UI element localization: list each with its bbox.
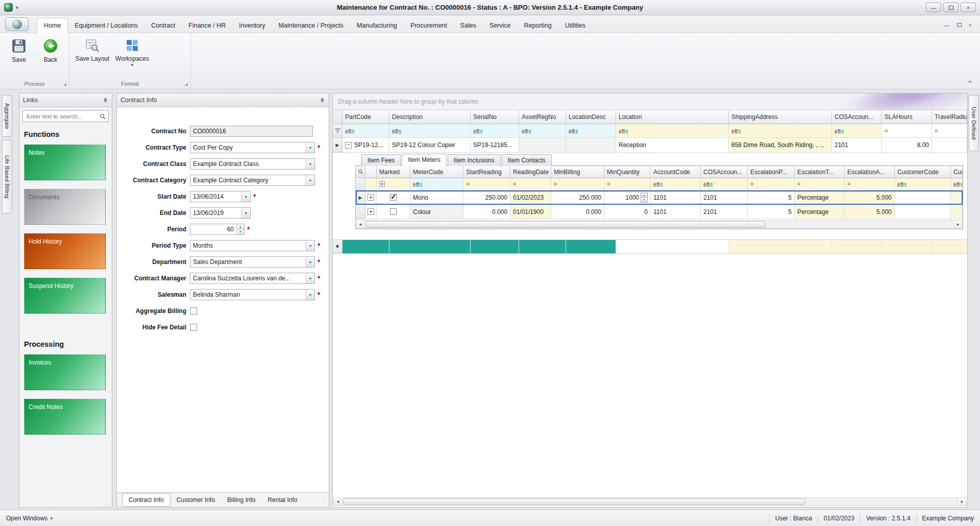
end-date-picker[interactable]: 13/06/2019▼ xyxy=(190,207,251,219)
quick-access-caret-icon[interactable]: ▾ xyxy=(16,5,18,10)
new-row-cell[interactable] xyxy=(832,240,882,253)
expand-row-icon[interactable] xyxy=(368,194,374,201)
filter-cell-assetregno[interactable]: aBc xyxy=(519,124,566,138)
maximize-button[interactable] xyxy=(943,3,959,12)
chevron-down-icon[interactable]: ▼ xyxy=(241,208,250,218)
column-header-shippingaddress[interactable]: ShippingAddress xyxy=(729,110,832,124)
hold-history-button[interactable]: Hold History xyxy=(24,233,106,269)
application-menu-button[interactable] xyxy=(5,17,29,31)
column-header-minquantity[interactable]: MinQuantity xyxy=(604,166,651,178)
hide-fee-detail-checkbox[interactable] xyxy=(190,324,197,331)
filter-cell-cosaccount[interactable]: aBc xyxy=(832,124,882,138)
search-input[interactable] xyxy=(26,113,100,120)
aggregate-billing-checkbox[interactable] xyxy=(190,307,197,315)
side-tab-aggregate[interactable]: Aggregate xyxy=(2,95,12,137)
close-button[interactable]: × xyxy=(961,3,976,12)
cell-marked[interactable] xyxy=(377,205,410,219)
filter-cell-shippingaddress[interactable]: aBc xyxy=(729,124,832,138)
cell-startreading[interactable]: 250.000 xyxy=(463,190,510,205)
ribbon-tab-home[interactable]: Home xyxy=(37,18,68,33)
new-row-cell[interactable] xyxy=(471,240,519,253)
cell-escalationp[interactable]: 5 xyxy=(748,205,795,219)
group-dialog-launcher-icon[interactable] xyxy=(185,83,188,86)
filter-cell-minbilling[interactable]: = xyxy=(551,178,604,190)
cell-cosaccount[interactable]: 2101 xyxy=(701,205,748,219)
column-header-partcode[interactable]: PartCode xyxy=(342,110,389,124)
new-row-cell[interactable] xyxy=(566,240,616,253)
chevron-down-icon[interactable]: ▼ xyxy=(306,257,314,267)
ribbon-tab-maintenance-projects[interactable]: Maintenance / Projects xyxy=(272,18,350,33)
side-tab-life-based-billing[interactable]: Life Based Billing xyxy=(2,140,12,213)
cell-accountcode[interactable]: 1101 xyxy=(651,190,701,205)
mdi-maximize-button[interactable] xyxy=(957,23,962,27)
filter-cell-marked[interactable] xyxy=(377,178,410,190)
tab-customer-info[interactable]: Customer Info xyxy=(170,494,221,506)
cell-serialno[interactable]: SP19-12185... xyxy=(471,138,519,153)
tab-contract-info[interactable]: Contract Info xyxy=(122,493,170,507)
filter-cell-serialno[interactable]: aBc xyxy=(471,124,519,138)
cell-escalationt[interactable]: Percentage xyxy=(795,190,845,205)
cell-location[interactable]: Reception xyxy=(616,138,729,153)
minimize-button[interactable]: — xyxy=(926,3,941,12)
ribbon-tab-inventory[interactable]: Inventory xyxy=(232,18,272,33)
column-header-cosaccount[interactable]: COSAccoun... xyxy=(832,110,882,124)
cell-minbilling[interactable]: 0.000 xyxy=(551,205,604,219)
column-header-accountcode[interactable]: AccountCode xyxy=(651,166,701,178)
filter-cell-accountcode[interactable]: aBc xyxy=(651,178,701,190)
column-header-escalationp[interactable]: EscalationP... xyxy=(748,166,795,178)
cell-slahours[interactable]: 8.00 xyxy=(882,138,932,153)
expand-row-cell[interactable] xyxy=(365,190,377,205)
cell-shippingaddress[interactable]: 658 Dime Road, South Riding, , ... xyxy=(729,138,832,153)
tab-rental-info[interactable]: Rental Info xyxy=(261,494,303,506)
filter-cell-travelradius[interactable]: = xyxy=(932,124,967,138)
pin-icon[interactable] xyxy=(103,98,108,103)
cell-metercode[interactable]: Mono xyxy=(410,190,463,205)
column-header-location[interactable]: Location xyxy=(616,110,729,124)
new-row-cell[interactable] xyxy=(342,240,389,253)
contract-no-input[interactable]: CO0000016 xyxy=(190,126,313,137)
new-row-cell[interactable] xyxy=(389,240,471,253)
cell-escalationa[interactable]: 5.000 xyxy=(845,205,895,219)
ribbon-tab-sales[interactable]: Sales xyxy=(454,18,483,33)
cell-accountcode[interactable]: 1101 xyxy=(651,205,701,219)
filter-cell-cosaccount[interactable]: aBc xyxy=(701,178,748,190)
spin-buttons-icon[interactable]: ▲▼ xyxy=(236,224,244,234)
group-by-panel[interactable]: Drag a column header here to group by th… xyxy=(333,93,967,110)
group-dialog-launcher-icon[interactable] xyxy=(63,83,66,86)
filter-cell-location[interactable]: aBc xyxy=(616,124,729,138)
ribbon-tab-service[interactable]: Service xyxy=(483,18,518,33)
app-icon[interactable] xyxy=(4,3,13,12)
filter-cell-readingdate[interactable]: = xyxy=(510,178,551,190)
back-button[interactable]: Back xyxy=(35,35,66,63)
cell-marked[interactable] xyxy=(377,190,410,205)
ribbon-tab-equipment-locations[interactable]: Equipment / Locations xyxy=(68,18,144,33)
cell-minquantity[interactable]: 0 xyxy=(604,205,651,219)
column-header-customercode[interactable]: CustomerCode xyxy=(895,166,951,178)
grid-data-row[interactable]: ▶ SP19-12... SP19-12 Colour Copier SP19-… xyxy=(333,138,967,153)
column-header-escalationa[interactable]: EscalationA... xyxy=(845,166,895,178)
chevron-down-icon[interactable]: ▼ xyxy=(306,142,314,153)
mdi-minimize-button[interactable]: — xyxy=(944,22,950,28)
start-date-picker[interactable]: 13/06/2014▼ xyxy=(190,191,251,202)
cell-locationdesc[interactable] xyxy=(566,138,616,153)
scroll-right-icon[interactable]: ► xyxy=(953,221,962,228)
column-header-escalationt[interactable]: EscalationT... xyxy=(795,166,845,178)
workspaces-button[interactable]: Workspaces ▼ xyxy=(112,35,152,67)
cell-description[interactable]: SP19-12 Colour Copier xyxy=(389,138,471,153)
grid-horizontal-scrollbar[interactable]: ◄ ► xyxy=(333,497,967,506)
invoices-button[interactable]: Invoices xyxy=(24,354,106,390)
tab-billing-info[interactable]: Billing Info xyxy=(221,494,261,506)
cell-readingdate[interactable]: 01/02/2023 xyxy=(510,190,551,205)
filter-cell-slahours[interactable]: = xyxy=(882,124,932,138)
cell-metercode[interactable]: Colour xyxy=(410,205,463,219)
mdi-close-button[interactable]: × xyxy=(969,22,972,28)
filter-cell-partcode[interactable]: aBc xyxy=(342,124,389,138)
new-row-cell[interactable] xyxy=(932,240,967,253)
cell-cus[interactable] xyxy=(951,190,963,205)
marked-checkbox[interactable] xyxy=(390,208,397,215)
chevron-down-icon[interactable]: ▼ xyxy=(306,290,314,300)
ribbon-tab-manufacturing[interactable]: Manufacturing xyxy=(350,18,404,33)
column-header-startreading[interactable]: StartReading xyxy=(463,166,510,178)
cell-minbilling[interactable]: 250.000 xyxy=(551,190,604,205)
ribbon-tab-reporting[interactable]: Reporting xyxy=(518,18,558,33)
